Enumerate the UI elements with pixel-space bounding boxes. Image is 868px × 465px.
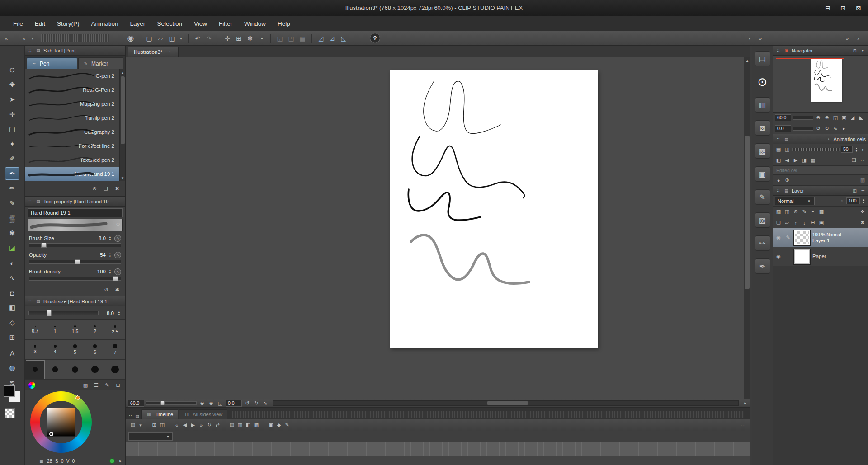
cel-icon[interactable]: ▤ — [775, 146, 782, 153]
save-dropdown-icon[interactable]: ▾ — [178, 35, 184, 41]
param-slider[interactable] — [29, 243, 121, 247]
stepper-down-icon[interactable]: ▾ — [863, 201, 864, 204]
lock-subtool-icon[interactable]: ⊘ — [91, 185, 98, 193]
param-stepper[interactable]: ▴ ▾ — [108, 235, 113, 241]
layer-name[interactable]: Paper — [812, 254, 826, 259]
liquify-tool[interactable]: ∿ — [5, 272, 19, 284]
eraser-tool[interactable]: ◪ — [5, 242, 19, 254]
size-preset[interactable] — [105, 360, 125, 380]
color-mixer-icon[interactable]: ⊞ — [114, 381, 122, 389]
document-modified-icon[interactable]: • — [167, 49, 173, 55]
rotate-view-icon[interactable]: ◔ — [256, 33, 266, 43]
open-file-icon[interactable]: ▱ — [156, 33, 165, 43]
history-panel-icon[interactable]: ▣ — [755, 166, 770, 182]
onion-skin-next-icon[interactable]: ◨ — [801, 157, 808, 164]
brush-size-slider[interactable] — [28, 311, 99, 315]
timeline-settings-icon[interactable]: ◫ — [159, 422, 166, 429]
zoom-in-icon[interactable]: ⊕ — [208, 399, 215, 407]
layer-thumbnail[interactable] — [794, 249, 810, 264]
timeline-menu-dropdown-icon[interactable]: ▾ — [137, 422, 143, 428]
scroll-down-icon[interactable]: ▾ — [120, 175, 126, 181]
layer-panel-icon[interactable]: ▨ — [755, 212, 770, 228]
stepper-down-icon[interactable]: ▾ — [109, 272, 111, 274]
minimize-icon[interactable]: ⊟ — [823, 3, 833, 13]
layer-menu-icon[interactable]: ☰ — [860, 188, 866, 193]
skip-to-end-icon[interactable]: » — [198, 422, 205, 429]
menu-animation[interactable]: Animation — [85, 18, 124, 29]
canvas-page[interactable] — [390, 70, 598, 348]
new-cel-folder-icon[interactable]: ▱ — [859, 157, 866, 164]
dropdown-arrow-icon[interactable]: ▾ — [806, 198, 812, 204]
quick-access-panel-icon[interactable]: ▤ — [755, 51, 770, 66]
onion-skin-icon[interactable]: ◧ — [245, 422, 252, 429]
brush-item[interactable]: Turnip pen 2 — [25, 111, 125, 125]
timeline-options-icon[interactable]: ⋯ — [740, 422, 747, 429]
material-panel-icon[interactable]: ▩ — [755, 143, 770, 159]
color-slider-icon[interactable]: ☰ — [93, 381, 100, 389]
decorate-icon[interactable]: ✾ — [245, 33, 255, 43]
transform-mesh-icon[interactable]: ⊞ — [234, 33, 244, 43]
color-wheel-tab-icon[interactable] — [28, 382, 35, 389]
snap-to-special-ruler-icon[interactable]: ⊿ — [327, 33, 337, 43]
size-preset[interactable]: 1 — [45, 320, 65, 340]
fit-icon[interactable]: ◱ — [832, 114, 839, 122]
param-stepper[interactable]: ▴ ▾ — [108, 252, 113, 258]
new-file-icon[interactable]: ▢ — [144, 33, 154, 43]
move-tool[interactable]: ✥ — [5, 78, 19, 91]
brush-tool[interactable]: ✎ — [5, 197, 19, 210]
transform-move-icon[interactable]: ✛ — [222, 33, 232, 43]
close-icon[interactable]: ⊠ — [854, 3, 863, 13]
size-preset-selected[interactable] — [25, 360, 45, 380]
param-stepper[interactable]: ▴ ▾ — [108, 269, 113, 274]
fill-tool[interactable]: ◘ — [5, 287, 19, 299]
actual-size-icon[interactable]: ▣ — [840, 114, 848, 122]
canvas-viewport[interactable]: ▴ — [126, 57, 750, 399]
light-table-icon[interactable]: ▩ — [253, 422, 260, 429]
reset-view-icon[interactable]: ▸ — [840, 125, 848, 132]
size-preset[interactable]: 5 — [65, 340, 85, 360]
layer-opacity-value[interactable]: 100 — [846, 197, 860, 204]
panel-grip-icon[interactable]: ∷ — [27, 47, 33, 53]
navigator-zoom-value[interactable]: 60.0 — [775, 114, 791, 121]
collapse-right-icon[interactable]: » — [844, 35, 851, 42]
ruler-icon[interactable]: ▩ — [818, 208, 825, 216]
loop-playback-icon[interactable]: ↻ — [206, 422, 213, 429]
brush-size-stepper[interactable]: ▴ ▾ — [117, 310, 122, 316]
snap-to-ruler-icon[interactable]: ◿ — [316, 33, 326, 43]
size-preset[interactable]: 2.5 — [105, 320, 125, 340]
pencil-tool[interactable]: ✏ — [5, 182, 19, 195]
panel-menu-icon[interactable]: ▤ — [35, 198, 41, 204]
sv-marker[interactable] — [49, 432, 53, 436]
panel-grip-icon[interactable]: ∷ — [775, 47, 781, 53]
cel-options-icon[interactable]: ▩ — [859, 177, 866, 184]
stepper-down-icon[interactable]: ▾ — [118, 313, 120, 316]
rotate-cw-icon[interactable]: ↻ — [823, 125, 830, 132]
zoom-out-icon[interactable]: ⊖ — [815, 114, 822, 122]
rotate-ccw-icon[interactable]: ↺ — [244, 399, 251, 407]
maximize-icon[interactable]: ⊡ — [838, 3, 848, 13]
grid-icon[interactable]: ▦ — [297, 33, 307, 43]
auto-select-tool[interactable]: ✦ — [5, 138, 19, 150]
specify-cel-icon[interactable]: ▥ — [236, 422, 244, 429]
menu-help[interactable]: Help — [272, 18, 296, 29]
brush-list-scrollbar[interactable]: ▴ ▾ — [119, 69, 125, 181]
layer-name[interactable]: Layer 1 — [812, 238, 841, 244]
clip-studio-icon[interactable]: ◉ — [126, 33, 136, 43]
text-tool[interactable]: A — [5, 347, 19, 359]
size-preset[interactable]: 6 — [85, 340, 105, 360]
layer-property-panel-icon[interactable]: ✎ — [755, 189, 770, 205]
slider-thumb[interactable] — [160, 401, 165, 405]
color-history-icon[interactable]: ✎ — [104, 381, 111, 389]
restore-defaults-icon[interactable]: ↺ — [103, 286, 110, 293]
new-timeline-icon[interactable]: ⊞ — [151, 422, 158, 429]
navigator-zoom-slider[interactable] — [793, 116, 813, 120]
menu-layer[interactable]: Layer — [124, 18, 151, 29]
slider-thumb[interactable] — [75, 259, 80, 264]
panel-grip-icon[interactable]: ∷ — [127, 413, 133, 419]
transparent-color-swatch[interactable] — [5, 408, 15, 418]
move-layer-tool[interactable]: ✛ — [5, 108, 19, 121]
sub-view-panel-icon[interactable]: ▥ — [755, 97, 770, 113]
add-keyframe-icon[interactable]: ◆ — [275, 422, 283, 429]
lock-layer-icon[interactable]: ⊘ — [792, 208, 799, 216]
brush-item[interactable]: Calligraphy 2 — [25, 125, 125, 139]
